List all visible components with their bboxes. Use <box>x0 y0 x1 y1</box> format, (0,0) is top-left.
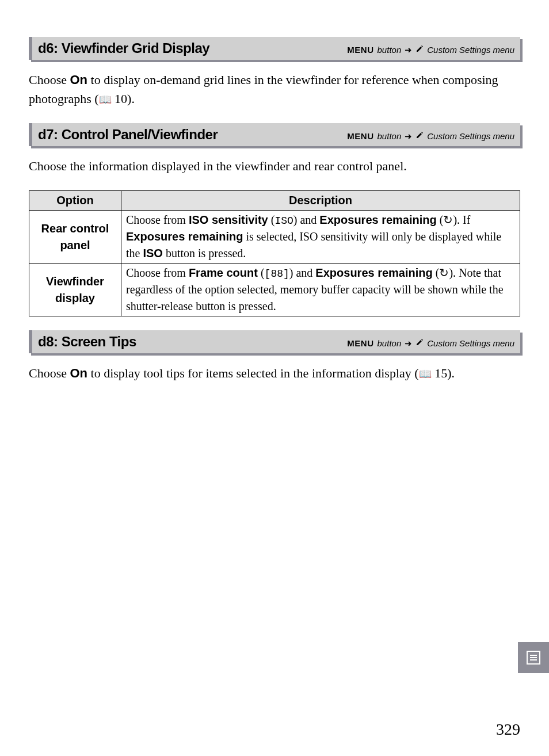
pencil-icon <box>415 338 424 348</box>
book-icon: 📖 <box>99 94 112 105</box>
table-row: Rear control panel Choose from ISO sensi… <box>29 211 520 264</box>
menu-name: Custom Settings menu <box>427 45 514 55</box>
d6-body: Choose On to display on-demand grid line… <box>29 70 520 108</box>
col-option: Option <box>29 191 121 211</box>
description-cell: Choose from Frame count ([88]) and Expos… <box>121 264 520 316</box>
options-table: Option Description Rear control panel Ch… <box>29 190 520 316</box>
option-cell: Viewfinder display <box>29 264 121 316</box>
arrow-icon: ➜ <box>405 131 412 142</box>
button-word: button <box>378 45 402 55</box>
pencil-icon <box>415 131 424 141</box>
section-title: d8: Screen Tips <box>38 334 136 350</box>
description-cell: Choose from ISO sensitivity (ISO) and Ex… <box>121 211 520 264</box>
menu-name: Custom Settings menu <box>427 338 514 348</box>
section-header-d6: d6: Viewfinder Grid Display MENU button … <box>29 37 520 60</box>
table-header-row: Option Description <box>29 191 520 211</box>
pencil-icon <box>415 45 424 55</box>
menu-name: Custom Settings menu <box>427 131 514 141</box>
breadcrumb: MENU button ➜ Custom Settings menu <box>347 45 514 55</box>
button-word: button <box>378 338 402 348</box>
section-header-d7: d7: Control Panel/Viewfinder MENU button… <box>29 123 520 146</box>
section-title: d6: Viewfinder Grid Display <box>38 40 209 56</box>
side-tab-menu-icon <box>518 642 549 673</box>
arrow-icon: ➜ <box>405 45 412 55</box>
button-word: button <box>378 131 402 141</box>
d8-body: Choose On to display tool tips for items… <box>29 364 520 383</box>
section-header-d8: d8: Screen Tips MENU button ➜ Custom Set… <box>29 330 520 353</box>
d7-body: Choose the information displayed in the … <box>29 156 520 175</box>
book-icon: 📖 <box>419 369 432 380</box>
menu-label: MENU <box>347 45 373 55</box>
section-title: d7: Control Panel/Viewfinder <box>38 127 218 143</box>
menu-label: MENU <box>347 131 373 141</box>
manual-page: d6: Viewfinder Grid Display MENU button … <box>0 0 549 756</box>
page-number: 329 <box>496 720 520 739</box>
breadcrumb: MENU button ➜ Custom Settings menu <box>347 338 514 349</box>
breadcrumb: MENU button ➜ Custom Settings menu <box>347 131 514 142</box>
arrow-icon: ➜ <box>405 338 412 349</box>
menu-label: MENU <box>347 338 373 348</box>
option-cell: Rear control panel <box>29 211 121 264</box>
table-row: Viewfinder display Choose from Frame cou… <box>29 264 520 316</box>
col-description: Description <box>121 191 520 211</box>
